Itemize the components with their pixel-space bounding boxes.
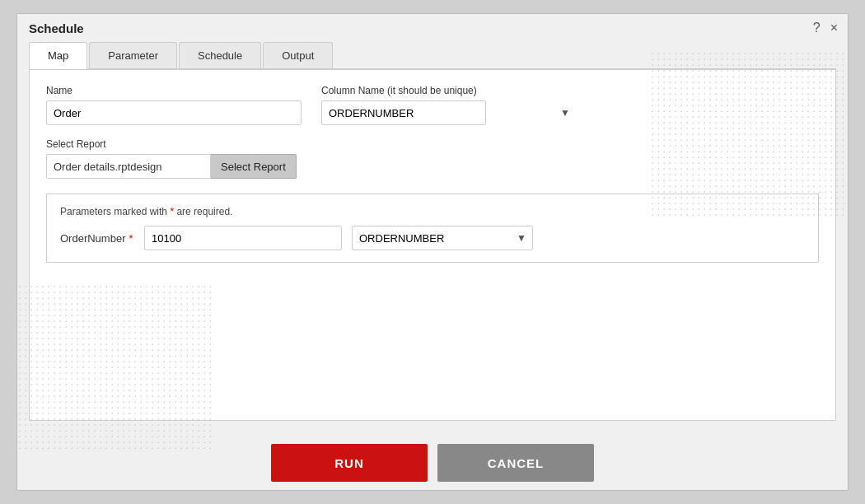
dialog-title: Schedule (29, 21, 84, 35)
report-file-input[interactable] (46, 154, 211, 179)
name-label: Name (46, 85, 302, 96)
bg-dots-bottom-left (17, 284, 215, 449)
name-input[interactable] (46, 100, 302, 125)
tab-output[interactable]: Output (263, 42, 333, 68)
params-note-end: are required. (174, 206, 232, 217)
param-select[interactable]: ORDERNUMBER (352, 226, 533, 250)
param-label-text: OrderNumber (60, 232, 125, 245)
name-group: Name (46, 85, 302, 125)
tab-parameter[interactable]: Parameter (89, 42, 177, 68)
params-note-text: Parameters marked with (60, 206, 170, 217)
param-row: OrderNumber * ORDERNUMBER ▼ (60, 226, 805, 250)
column-name-select-arrow: ▼ (560, 107, 570, 119)
dialog-title-bar: Schedule ? × (17, 14, 848, 42)
title-bar-icons: ? × (813, 21, 838, 35)
bg-dots-top-right (650, 51, 848, 216)
cancel-button[interactable]: CANCEL (437, 444, 594, 482)
run-button[interactable]: RUN (271, 444, 428, 482)
close-icon[interactable]: × (830, 21, 838, 35)
param-value-input[interactable] (144, 226, 342, 250)
column-name-group: Column Name (it should be unique) ORDERN… (321, 85, 577, 125)
param-required-star: * (129, 232, 133, 245)
select-report-button[interactable]: Select Report (211, 154, 297, 179)
column-name-select-wrapper: ORDERNUMBER ▼ (321, 100, 577, 125)
param-select-wrapper: ORDERNUMBER ▼ (352, 226, 533, 250)
column-name-label: Column Name (it should be unique) (321, 85, 577, 96)
tab-schedule[interactable]: Schedule (179, 42, 261, 68)
help-icon[interactable]: ? (813, 21, 821, 35)
schedule-dialog: Schedule ? × Map Parameter Schedule Outp… (16, 13, 849, 491)
param-label: OrderNumber * (60, 232, 134, 245)
tab-map[interactable]: Map (29, 42, 87, 69)
column-name-select[interactable]: ORDERNUMBER (321, 100, 486, 125)
